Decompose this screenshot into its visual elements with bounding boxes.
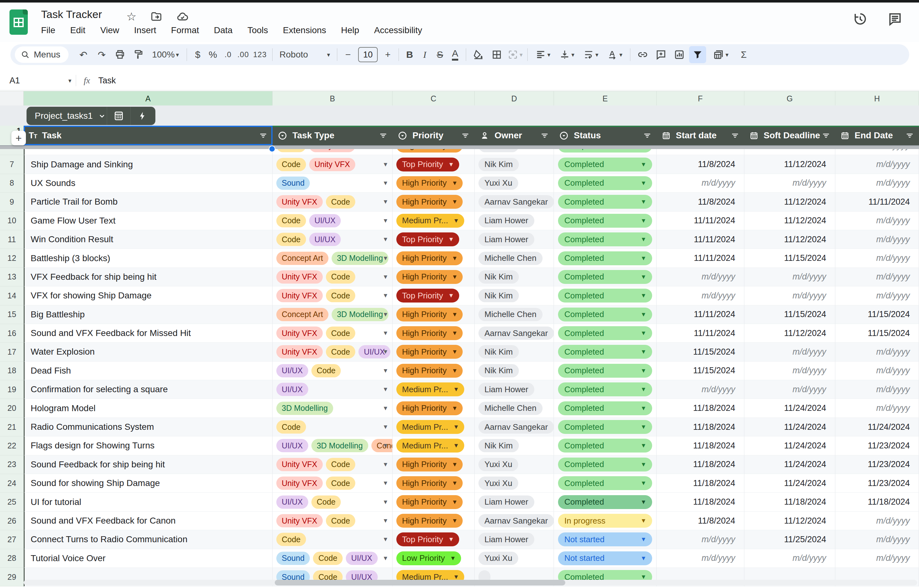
cell-owner-14[interactable]: Nik Kim: [475, 286, 554, 305]
cell-task-type-26[interactable]: Unity VFXCode▼: [273, 512, 392, 530]
status-pill[interactable]: Completed▼: [558, 439, 652, 452]
cell-priority-10[interactable]: Medium Pr...▼: [392, 212, 475, 230]
cell-status-9[interactable]: Completed▼: [554, 193, 657, 211]
cell-end-date-16[interactable]: 11/15/2024: [835, 324, 919, 342]
cell-start-date-19[interactable]: m/d/yyyy: [657, 380, 745, 399]
cell-priority-27[interactable]: Top Priority▼: [392, 530, 475, 549]
cell-task-type-21[interactable]: Code▼: [273, 418, 392, 436]
cell-end-date-28[interactable]: m/d/yyyy: [835, 549, 919, 568]
row-header-1[interactable]: 1+: [0, 126, 24, 145]
type-chip[interactable]: 3D Modelling: [276, 402, 333, 415]
status-pill[interactable]: Completed▼: [558, 476, 652, 490]
cell-owner-20[interactable]: Michelle Chen: [475, 399, 554, 417]
cell-soft-deadline-26[interactable]: 11/12/2024: [745, 512, 835, 530]
type-chip[interactable]: UI/UX: [346, 552, 378, 565]
cell-task-9[interactable]: Particle Trail for Bomb: [24, 193, 273, 211]
cell-task-type-11[interactable]: CodeUI/UX▼: [273, 230, 392, 249]
chevron-down-icon[interactable]: ▼: [383, 292, 388, 299]
type-chip[interactable]: Sound: [276, 176, 310, 190]
merge-cells-button[interactable]: ▾: [507, 46, 523, 63]
priority-pill[interactable]: Top Priority▼: [396, 532, 459, 546]
priority-pill[interactable]: Medium Pr...▼: [396, 383, 464, 396]
cell-name-box[interactable]: A1 ▾: [0, 76, 76, 86]
owner-pill[interactable]: Yuxi Xu: [478, 176, 518, 190]
type-chip[interactable]: Unity VFX: [276, 289, 323, 302]
type-chip[interactable]: Unity VFX: [276, 514, 323, 527]
formula-input[interactable]: Task: [98, 76, 116, 86]
table-header-task[interactable]: TTTask: [24, 126, 273, 145]
chevron-down-icon[interactable]: ▼: [383, 536, 388, 543]
menu-help[interactable]: Help: [341, 25, 359, 36]
row-header-8[interactable]: 8: [0, 174, 24, 193]
status-pill[interactable]: Completed▼: [558, 364, 652, 378]
cell-end-date-22[interactable]: 11/23/2024: [835, 436, 919, 455]
column-header-D[interactable]: D: [475, 91, 554, 106]
priority-pill[interactable]: High Priority▼: [396, 149, 463, 152]
menu-data[interactable]: Data: [214, 25, 233, 36]
cell-end-date-14[interactable]: m/d/yyyy: [835, 286, 919, 305]
cell-end-date-7[interactable]: m/d/yyyy: [835, 155, 919, 174]
cell-start-date-6[interactable]: 11/8/2024: [657, 149, 745, 155]
redo-button[interactable]: ↷: [93, 46, 110, 63]
type-chip[interactable]: Unity VFX: [276, 195, 323, 208]
cell-status-14[interactable]: Completed▼: [554, 286, 657, 305]
cell-task-type-28[interactable]: SoundCodeUI/UX▼: [273, 549, 392, 568]
print-button[interactable]: [111, 46, 129, 63]
type-chip[interactable]: Code: [326, 477, 355, 490]
filter-icon[interactable]: [379, 131, 388, 140]
type-chip[interactable]: Code: [276, 420, 306, 434]
filter-icon[interactable]: [643, 131, 651, 140]
row-header-23[interactable]: 23: [0, 456, 24, 474]
owner-pill[interactable]: Aarnav Sangekar: [478, 195, 554, 208]
cell-task-15[interactable]: Big Battleship: [24, 305, 273, 324]
increase-font-size-button[interactable]: +: [381, 46, 395, 63]
cell-priority-14[interactable]: Top Priority▼: [392, 286, 475, 305]
status-pill[interactable]: Completed▼: [558, 233, 652, 246]
chevron-down-icon[interactable]: ▼: [383, 405, 388, 412]
cell-owner-16[interactable]: Aarnav Sangekar: [475, 324, 554, 342]
cell-owner-7[interactable]: Nik Kim: [475, 155, 554, 174]
cell-end-date-21[interactable]: 11/24/2024: [835, 418, 919, 436]
status-pill[interactable]: Completed▼: [558, 457, 652, 472]
sheets-logo-icon[interactable]: [10, 10, 28, 35]
owner-pill[interactable]: Nik Kim: [478, 364, 519, 377]
column-header-H[interactable]: H: [835, 91, 919, 106]
insert-chart-button[interactable]: [671, 46, 688, 63]
cell-owner-18[interactable]: Nik Kim: [475, 362, 554, 380]
insert-comment-button[interactable]: [653, 46, 670, 63]
cell-task-6[interactable]: Fish Animation: [24, 149, 273, 155]
owner-pill[interactable]: Nik Kim: [478, 270, 519, 284]
menu-view[interactable]: View: [100, 25, 119, 36]
cell-end-date-13[interactable]: m/d/yyyy: [835, 268, 919, 286]
owner-pill[interactable]: Liam Hower: [478, 214, 535, 227]
cell-start-date-16[interactable]: 11/11/2024: [657, 324, 745, 342]
type-chip[interactable]: Unity VFX: [276, 345, 323, 359]
vertical-align-button[interactable]: ▾: [556, 46, 578, 63]
priority-pill[interactable]: High Priority▼: [396, 476, 463, 490]
italic-button[interactable]: I: [418, 46, 432, 63]
table-tools-icon[interactable]: [107, 107, 131, 125]
owner-pill[interactable]: Nik Kim: [478, 149, 519, 152]
cell-task-type-19[interactable]: UI/UX▼: [273, 380, 392, 399]
cell-start-date-13[interactable]: m/d/yyyy: [657, 268, 745, 286]
cell-end-date-11[interactable]: m/d/yyyy: [835, 230, 919, 249]
cell-priority-24[interactable]: High Priority▼: [392, 474, 475, 493]
star-icon[interactable]: ☆: [126, 10, 136, 23]
cell-start-date-7[interactable]: 11/8/2024: [657, 155, 745, 174]
row-header-11[interactable]: 11: [0, 230, 24, 249]
status-pill[interactable]: Completed▼: [558, 420, 652, 434]
borders-button[interactable]: [488, 46, 505, 63]
chevron-down-icon[interactable]: ▼: [383, 348, 388, 355]
owner-pill[interactable]: Nik Kim: [478, 158, 519, 171]
cell-start-date-28[interactable]: m/d/yyyy: [657, 549, 745, 568]
cell-task-26[interactable]: Sound and VFX Feedback for Canon: [24, 512, 273, 530]
text-color-button[interactable]: A: [448, 46, 462, 63]
cell-start-date-11[interactable]: 11/11/2024: [657, 230, 745, 249]
row-header-24[interactable]: 24: [0, 474, 24, 493]
filter-icon[interactable]: [822, 131, 830, 140]
row-header-9[interactable]: 9: [0, 193, 24, 211]
cell-end-date-10[interactable]: m/d/yyyy: [835, 212, 919, 230]
cell-soft-deadline-25[interactable]: 11/18/2024: [745, 493, 835, 511]
cell-priority-7[interactable]: Top Priority▼: [392, 155, 475, 174]
type-chip[interactable]: Unity VFX: [276, 477, 323, 490]
